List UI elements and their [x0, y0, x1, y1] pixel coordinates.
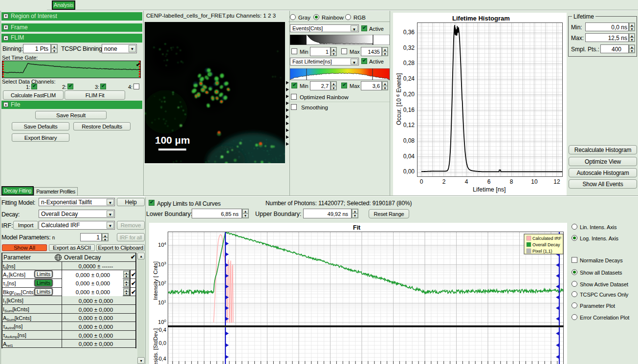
svg-text:100 µm: 100 µm	[155, 134, 190, 146]
svg-text:Calculated IRF: Calculated IRF	[532, 236, 562, 241]
svg-text:✔: ✔	[136, 62, 140, 67]
svg-text:Overall Decay: Overall Decay	[532, 242, 560, 247]
svg-text:Pixel (1,1): Pixel (1,1)	[532, 249, 552, 254]
